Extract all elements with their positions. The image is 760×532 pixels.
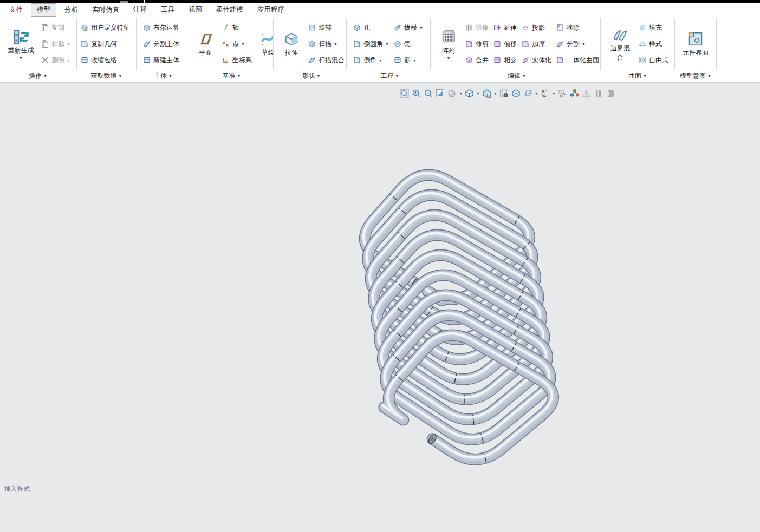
3d-viewport[interactable]: ▼▼▼▼▼ 插入模式 — [0, 83, 760, 532]
ribbon-button-draft[interactable]: 拔模▼ — [392, 19, 425, 36]
dropdown-arrow-icon: ▼ — [643, 74, 647, 78]
ribbon-group-label-get-data[interactable]: 获取数据▼ — [76, 70, 137, 81]
menu-tab-file[interactable]: 文件 — [3, 3, 29, 17]
menu-tab-annotate[interactable]: 注释 — [127, 3, 153, 17]
ribbon-button-trim[interactable]: 修剪 — [463, 36, 490, 52]
ribbon-group-label-surfaces[interactable]: 曲面▼ — [603, 70, 672, 81]
menu-tab-analysis[interactable]: 分析 — [59, 3, 84, 17]
ribbon-button-split-body[interactable]: 分割主体 — [141, 36, 181, 52]
ribbon-button-sketch[interactable]: 草绘 — [255, 19, 274, 69]
ribbon-button-fill[interactable]: 填充 — [636, 19, 670, 36]
ribbon-button-merge[interactable]: 合并 — [463, 52, 490, 68]
ribbon-button-style[interactable]: 样式 — [636, 36, 670, 52]
chamfer-icon — [353, 56, 361, 64]
ribbon-button-offset[interactable]: 偏移 — [491, 36, 518, 52]
menu-tab-applications[interactable]: 应用程序 — [251, 3, 290, 17]
ribbon-button-pattern[interactable]: 阵列▼ — [435, 19, 462, 69]
rib-icon — [393, 56, 402, 64]
ribbon-button-extend[interactable]: 延伸 — [491, 19, 518, 36]
dropdown-arrow-icon[interactable]: ▼ — [379, 58, 382, 62]
dropdown-arrow-icon[interactable]: ▼ — [419, 26, 423, 30]
ribbon: 重新生成▼复制粘贴▼删除▼操作▼用户定义特征复制几何收缩包络获取数据▼布尔运算分… — [0, 17, 760, 83]
ribbon-button-thicken[interactable]: 加厚 — [519, 36, 553, 52]
ribbon-button-shrinkwrap[interactable]: 收缩包络 — [79, 52, 132, 68]
menu-tab-tools[interactable]: 工具 — [155, 3, 180, 17]
ribbon-button-remove[interactable]: 移除 — [554, 19, 601, 36]
dropdown-arrow-icon[interactable]: ▼ — [67, 58, 70, 62]
ribbon-button-round[interactable]: 倒圆角▼ — [351, 36, 391, 52]
view-toolbar-plane-display-dropdown[interactable]: ▼ — [534, 86, 539, 100]
ribbon-group-label-shapes[interactable]: 形状▼ — [276, 70, 347, 81]
ribbon-button-boundary-blend[interactable]: 边界混合 — [605, 19, 635, 69]
dropdown-arrow-icon[interactable]: ▼ — [582, 42, 586, 46]
ribbon-button-regenerate[interactable]: 重新生成▼ — [4, 19, 38, 69]
ribbon-button-chamfer[interactable]: 倒角▼ — [351, 52, 391, 68]
menu-tab-model[interactable]: 模型 — [31, 3, 56, 17]
ribbon-button-hole[interactable]: 孔 — [351, 19, 391, 36]
ribbon-button-solidify[interactable]: 实体化 — [519, 52, 553, 68]
menu-tab-live-simulation[interactable]: 实时仿真 — [86, 3, 125, 17]
ribbon-button-label: 投影 — [532, 23, 545, 32]
ribbon-button-unified-quilt[interactable]: 一体化曲面 — [554, 52, 601, 68]
ribbon-button-intersect[interactable]: 相交 — [491, 52, 518, 68]
view-toolbar-zoom-in[interactable] — [411, 86, 422, 100]
view-toolbar-shading-dropdown[interactable]: ▼ — [458, 86, 463, 100]
dropdown-arrow-icon[interactable]: ▼ — [67, 42, 70, 46]
menu-tab-view[interactable]: 视图 — [183, 3, 208, 17]
dropdown-arrow-icon[interactable]: ▼ — [19, 56, 23, 60]
fill-icon — [638, 23, 647, 32]
ribbon-group-label-body[interactable]: 主体▼ — [139, 70, 187, 81]
dropdown-arrow-icon[interactable]: ▼ — [241, 42, 245, 46]
ribbon-group-label-operations[interactable]: 操作▼ — [2, 70, 74, 81]
view-toolbar-datum-display-dropdown[interactable]: ▼ — [551, 86, 556, 100]
ribbon-button-revolve[interactable]: 旋转 — [306, 19, 346, 36]
ribbon-button-udf[interactable]: 用户定义特征 — [79, 19, 132, 36]
view-toolbar-shading[interactable] — [446, 86, 458, 100]
ribbon-button-csys[interactable]: 坐标系 — [220, 52, 254, 68]
3d-model-coiled-tube[interactable] — [0, 83, 760, 532]
ribbon-button-label: 扫描混合 — [319, 56, 345, 65]
view-toolbar-saved-orientations-dropdown[interactable]: ▼ — [493, 86, 498, 100]
ribbon-button-label: 加厚 — [532, 40, 545, 49]
ribbon-button-freestyle[interactable]: 自由式 — [636, 52, 670, 68]
ribbon-button-divide[interactable]: 分割▼ — [554, 36, 601, 52]
ribbon-button-boolean[interactable]: 布尔运算 — [141, 19, 181, 36]
ribbon-button-shell[interactable]: 壳 — [392, 36, 425, 52]
ribbon-button-sweep[interactable]: 扫描▼ — [306, 36, 346, 52]
ribbon-group-label-model-intent[interactable]: 模型意图▼ — [674, 70, 717, 81]
ribbon-button-plane[interactable]: 平面 — [192, 19, 219, 69]
plane-icon — [197, 31, 213, 47]
view-toolbar-datum-display[interactable] — [540, 86, 551, 100]
ribbon-button-swept-blend[interactable]: 扫描混合 — [306, 52, 346, 68]
ribbon-button-label: 删除 — [51, 56, 64, 65]
ribbon-button-new-body[interactable]: 新建主体 — [141, 52, 181, 68]
ribbon-button-project[interactable]: 投影 — [519, 19, 553, 36]
view-toolbar-transparent-box[interactable] — [510, 86, 522, 100]
dropdown-arrow-icon[interactable]: ▼ — [413, 58, 417, 62]
dropdown-arrow-icon[interactable]: ▼ — [334, 42, 337, 46]
ribbon-button-point[interactable]: 点▼ — [220, 36, 254, 52]
view-toolbar-saved-orientations[interactable] — [481, 86, 492, 100]
ribbon-button-label: 重新生成 — [8, 46, 34, 55]
view-toolbar-plane-display[interactable] — [522, 86, 534, 100]
view-toolbar-graph-nodes[interactable] — [569, 86, 580, 100]
ribbon-group-label-datum[interactable]: 基准▼ — [190, 70, 274, 81]
view-toolbar-annotation-display[interactable] — [557, 86, 568, 100]
menu-tab-flexible-modeling[interactable]: 柔性建模 — [210, 3, 249, 17]
ribbon-group-label-editing[interactable]: 编辑▼ — [433, 70, 601, 81]
dropdown-arrow-icon[interactable]: ▼ — [385, 42, 389, 46]
ribbon-group-label-engineering[interactable]: 工程▼ — [349, 70, 431, 81]
view-toolbar-display-style-dropdown[interactable]: ▼ — [476, 86, 480, 100]
view-toolbar-view-manager[interactable] — [498, 86, 510, 100]
hole-icon — [353, 23, 361, 32]
ribbon-button-component-interface[interactable]: 元件界面 — [677, 19, 714, 69]
view-toolbar-repaint[interactable] — [434, 86, 446, 100]
ribbon-button-axis[interactable]: 轴 — [220, 19, 254, 36]
ribbon-button-extrude[interactable]: 拉伸 — [278, 19, 305, 69]
ribbon-button-copy-geometry[interactable]: 复制几何 — [79, 36, 132, 52]
view-toolbar-zoom-fit[interactable] — [399, 86, 410, 100]
dropdown-arrow-icon[interactable]: ▼ — [447, 56, 451, 60]
view-toolbar-display-style[interactable] — [464, 86, 475, 100]
ribbon-button-rib[interactable]: 筋▼ — [392, 52, 425, 68]
view-toolbar-zoom-out[interactable] — [423, 86, 434, 100]
